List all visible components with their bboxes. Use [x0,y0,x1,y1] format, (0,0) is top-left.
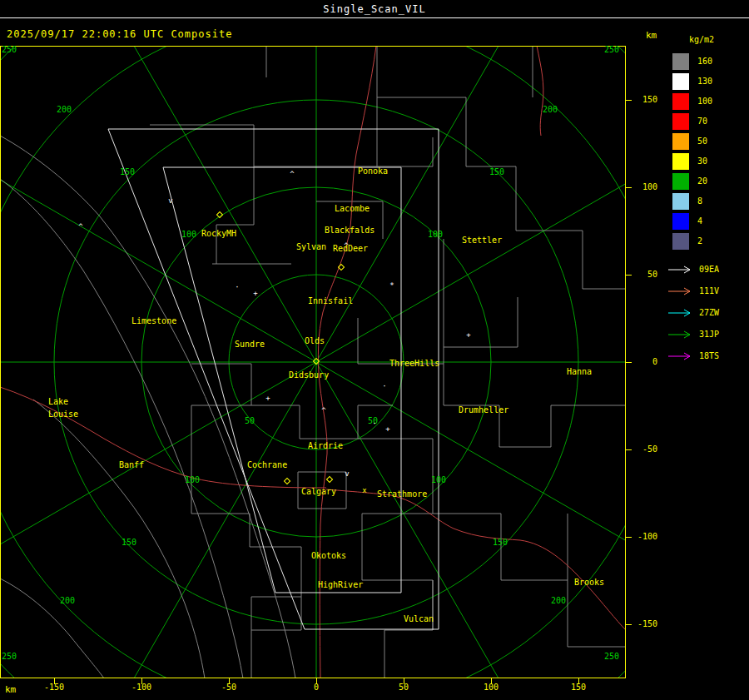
legend-scale-row: 100 [666,93,749,112]
legend-scale-value: 8 [697,196,702,206]
map-symbol: ^ [290,171,294,178]
range-ring-label: 200 [543,106,558,114]
range-ring-label: 50 [245,417,255,425]
legend-color-swatch [672,133,689,150]
legend-scale-row: 20 [666,173,749,191]
map-symbol: ^ [78,223,82,231]
radar-site-marker [338,264,345,271]
legend-color-swatch [672,93,689,110]
right-axis-tick [626,100,632,101]
map-symbol: v [345,470,349,478]
right-axis-label: 100 [629,182,657,192]
city-label-cochrane: Cochrane [247,461,287,469]
legend-color-swatch [672,53,689,70]
bottom-axis-unit: km [5,684,16,695]
station-row: 09EA [666,265,749,276]
station-id: 31JP [699,330,719,339]
city-label-okotoks: Okotoks [311,552,346,560]
range-ring-label: 150 [122,539,136,547]
legend-scale-row: 130 [666,73,749,92]
range-ring-label: 250 [2,46,17,54]
city-label-calgary: Calgary [301,488,336,496]
range-ring-label: 100 [185,476,200,484]
city-label-louise: Louise [48,410,78,419]
right-axis-label: -100 [629,532,657,542]
station-arrow-icon [667,351,696,361]
map-symbol: · [372,420,376,428]
bottom-axis-tick [578,678,579,684]
range-ring-label: 200 [60,597,75,605]
radar-site-marker [284,478,290,484]
city-label-hanna: Hanna [567,368,592,376]
range-ring-label: 100 [181,231,196,239]
map-symbol: x [362,487,366,494]
city-label-blackfalds: Blackfalds [325,226,374,235]
station-row: 111V [666,286,749,298]
right-axis-label: -50 [629,444,657,454]
city-label-banff: Banff [119,461,144,469]
bottom-axis-label: 0 [300,683,333,693]
right-axis-tick [626,624,632,625]
legend-scale-row: 4 [666,213,749,231]
city-label-limestone: Limestone [131,317,176,325]
bottom-axis-label: -150 [37,683,71,693]
bottom-axis-tick [54,678,55,684]
radar-site-marker [313,358,320,365]
legend-scale-row: 8 [666,193,749,211]
scan-timestamp: 2025/09/17 22:00:16 UTC Composite [7,28,232,40]
station-row: 18TS [666,351,749,363]
right-axis-tick [626,187,632,188]
range-ring-label: 250 [2,653,17,661]
bottom-axis-tick [316,678,317,684]
city-label-stettler: Stettler [462,236,502,245]
right-axis-label: 0 [629,357,657,367]
legend-scale-value: 2 [697,236,702,246]
legend-unit-label: kg/m2 [689,35,714,44]
legend-panel: kg/m2 16013010070503020842 09EA111V27ZW3… [666,33,749,383]
map-symbol: ^ [321,407,325,415]
station-id: 18TS [699,351,719,360]
legend-scale-value: 30 [697,156,707,166]
legend-scale-row: 2 [666,233,749,251]
map-symbol: ^ [344,242,348,250]
city-label-innisfail: Innisfail [308,297,353,305]
station-row: 27ZW [666,308,749,320]
map-symbol: * [389,282,394,290]
city-label-olds: Olds [305,337,325,345]
map-symbol: v [168,197,172,205]
city-label-ponoka: Ponoka [358,167,388,176]
city-label-threehills: ThreeHills [389,360,439,368]
radar-site-marker [216,211,223,218]
city-label-lacombe: Lacombe [335,205,370,213]
legend-color-swatch [672,193,689,210]
legend-scale-row: 50 [666,133,749,151]
legend-scale-value: 130 [697,77,712,86]
range-ring-label: 150 [120,168,135,176]
range-ring-label: 250 [604,653,619,661]
legend-color-swatch [672,113,689,130]
range-ring-label: 250 [604,46,619,54]
right-axis-tick [626,362,632,363]
right-axis-label: 150 [629,95,657,105]
legend-color-swatch [672,213,689,230]
station-row: 31JP [666,330,749,341]
map-labels: PonokaLacombeBlackfaldsSylvanRedDeerRock… [0,46,626,678]
legend-scale-row: 30 [666,153,749,171]
legend-scale-value: 20 [697,176,707,186]
bottom-axis-label: -100 [125,683,158,693]
legend-scale-row: 160 [666,53,749,72]
city-label-highriver: HighRiver [318,581,363,589]
station-id: 09EA [699,265,719,274]
station-id: 111V [699,286,719,295]
range-ring-label: 150 [493,539,508,547]
radar-map-display[interactable]: PonokaLacombeBlackfaldsSylvanRedDeerRock… [0,46,626,678]
city-label-drumheller: Drumheller [459,406,508,415]
station-arrow-icon [667,286,696,296]
station-arrow-icon [667,308,696,318]
right-axis-tick [626,537,632,538]
legend-scale-value: 4 [697,216,702,226]
city-label-strathmore: Strathmore [377,490,427,499]
map-symbol: + [466,331,470,339]
right-axis-unit: km [646,30,657,41]
window-title: Single_Scan_VIL [323,3,425,15]
